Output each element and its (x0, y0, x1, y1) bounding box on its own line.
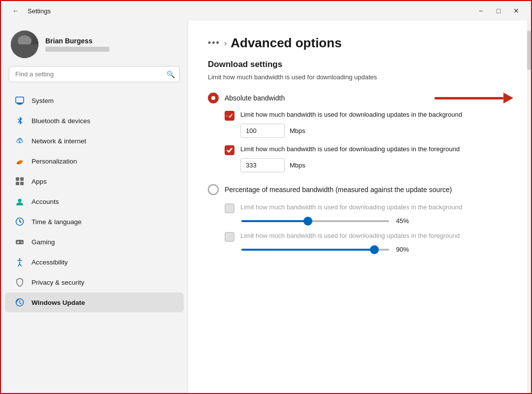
window-controls: − □ ✕ (474, 4, 523, 18)
radio-percentage-circle[interactable] (208, 184, 219, 195)
minimize-button[interactable]: − (474, 4, 488, 18)
search-box: 🔍 (9, 66, 180, 82)
search-icon: 🔍 (166, 70, 175, 78)
gaming-icon (15, 237, 25, 247)
background-checkbox[interactable] (225, 111, 234, 121)
sidebar-item-accounts[interactable]: Accounts (5, 192, 184, 211)
pct-foreground-checkbox (225, 232, 234, 242)
percentage-options: Limit how much bandwidth is used for dow… (225, 203, 511, 253)
radio-percentage[interactable]: Percentage of measured bandwidth (measur… (208, 181, 511, 198)
absolute-options: Limit how much bandwidth is used for dow… (225, 110, 511, 172)
pct-foreground-slider-row: 90% (241, 246, 511, 253)
pct-background-thumb[interactable] (303, 217, 312, 226)
breadcrumb-separator: › (224, 39, 227, 48)
pct-background-checkbox (225, 203, 234, 213)
svg-rect-7 (16, 182, 19, 185)
sidebar-label-time: Time & language (32, 218, 82, 226)
app-title: Settings (28, 7, 51, 15)
arrow-annotation (434, 93, 513, 103)
sidebar-item-gaming[interactable]: Gaming (5, 232, 184, 252)
user-email (45, 47, 109, 52)
sidebar-item-network[interactable]: Network & internet (5, 131, 184, 151)
sidebar-label-apps: Apps (32, 178, 47, 185)
background-option: Limit how much bandwidth is used for dow… (225, 110, 511, 138)
sidebar-item-apps[interactable]: Apps (5, 171, 184, 191)
radio-absolute[interactable]: Absolute bandwidth (208, 90, 511, 106)
svg-point-14 (21, 241, 22, 242)
background-input-row: Mbps (240, 124, 511, 138)
user-info: Brian Burgess (45, 37, 109, 52)
app-body: Brian Burgess 🔍 System (1, 21, 531, 393)
sidebar-item-privacy[interactable]: Privacy & security (5, 272, 184, 292)
sidebar-item-time[interactable]: Time & language (5, 212, 184, 231)
pct-foreground-row: Limit how much bandwidth is used for dow… (225, 231, 511, 242)
search-input[interactable] (9, 66, 180, 82)
section-desc: Limit how much bandwidth is used for dow… (208, 73, 511, 81)
pct-foreground-slider (241, 249, 389, 251)
title-bar-left: ← Settings (9, 4, 51, 18)
background-value-input[interactable] (240, 124, 285, 138)
accessibility-icon (15, 257, 25, 267)
radio-absolute-label: Absolute bandwidth (225, 94, 285, 102)
pct-background-label: Limit how much bandwidth is used for dow… (240, 203, 462, 212)
sidebar-item-personalization[interactable]: Personalization (5, 151, 184, 171)
sidebar-item-bluetooth[interactable]: Bluetooth & devices (5, 111, 184, 131)
network-icon (15, 136, 25, 146)
privacy-icon (15, 277, 25, 287)
svg-rect-2 (17, 103, 23, 104)
svg-point-3 (19, 141, 21, 143)
sidebar-label-privacy: Privacy & security (32, 279, 84, 286)
svg-rect-8 (20, 182, 24, 185)
pct-background-option: Limit how much bandwidth is used for dow… (225, 203, 511, 225)
sidebar-label-network: Network & internet (32, 137, 86, 145)
back-button[interactable]: ← (9, 4, 23, 18)
sidebar-label-windows-update: Windows Update (32, 299, 85, 306)
foreground-checkbox-label: Limit how much bandwidth is used for dow… (240, 145, 460, 154)
foreground-unit: Mbps (290, 162, 305, 169)
foreground-option: Limit how much bandwidth is used for dow… (225, 145, 511, 172)
breadcrumb-dots[interactable]: ••• (208, 38, 220, 48)
svg-point-16 (19, 259, 21, 260)
sidebar-label-system: System (32, 97, 54, 104)
bluetooth-icon (15, 116, 25, 126)
avatar (11, 31, 38, 58)
sidebar-label-accessibility: Accessibility (32, 259, 68, 266)
pct-background-slider-row: 45% (241, 217, 511, 225)
svg-rect-0 (16, 97, 24, 103)
sidebar-label-bluetooth: Bluetooth & devices (32, 117, 90, 125)
arrow-line (434, 97, 503, 99)
sidebar-item-windows-update[interactable]: Windows Update (5, 293, 184, 312)
sidebar-item-system[interactable]: System (5, 91, 184, 110)
foreground-checkbox[interactable] (225, 145, 234, 155)
foreground-checkbox-row: Limit how much bandwidth is used for dow… (225, 145, 511, 155)
pct-background-fill (241, 220, 308, 222)
sidebar-label-personalization: Personalization (32, 158, 77, 165)
svg-rect-1 (18, 104, 22, 105)
pct-foreground-option: Limit how much bandwidth is used for dow… (225, 231, 511, 253)
maximize-button[interactable]: □ (492, 4, 505, 18)
system-icon (15, 96, 25, 105)
radio-absolute-circle[interactable] (208, 93, 219, 103)
pct-background-row: Limit how much bandwidth is used for dow… (225, 203, 511, 213)
section-title: Download settings (208, 60, 511, 69)
scrollbar[interactable] (527, 21, 531, 393)
sidebar-item-accessibility[interactable]: Accessibility (5, 252, 184, 272)
background-unit: Mbps (290, 127, 305, 134)
main-content: ••• › Advanced options Download settings… (188, 21, 531, 393)
close-button[interactable]: ✕ (509, 4, 523, 18)
sidebar-label-gaming: Gaming (32, 238, 55, 246)
pct-foreground-value: 90% (396, 246, 414, 253)
pct-background-slider (241, 220, 389, 222)
svg-rect-13 (17, 242, 19, 243)
svg-point-15 (22, 242, 23, 243)
page-title: Advanced options (231, 35, 341, 51)
time-icon (15, 217, 25, 227)
personalization-icon (15, 156, 25, 166)
apps-icon (15, 176, 25, 186)
svg-point-4 (17, 162, 19, 164)
foreground-value-input[interactable] (240, 158, 285, 172)
pct-foreground-thumb[interactable] (370, 245, 379, 254)
pct-foreground-label: Limit how much bandwidth is used for dow… (240, 231, 460, 240)
background-checkbox-row: Limit how much bandwidth is used for dow… (225, 110, 511, 121)
scrollbar-thumb[interactable] (527, 31, 531, 70)
